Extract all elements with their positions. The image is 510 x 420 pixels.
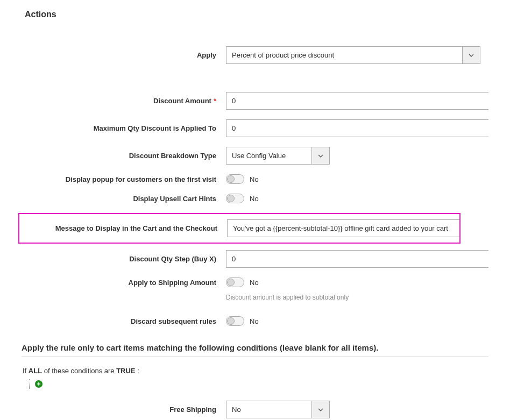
label-discount-amount: Discount Amount* [22, 97, 226, 105]
chevron-down-icon[interactable] [312, 147, 330, 165]
conditions-expression[interactable]: If ALL of these conditions are TRUE : [23, 367, 488, 375]
section-title: Actions [25, 10, 488, 19]
row-popup-first: Display popup for customers on the first… [22, 174, 488, 184]
label-cart-message: Message to Display in the Cart and the C… [19, 224, 227, 232]
discard-rules-value: No [250, 317, 259, 325]
free-shipping-select-value: No [226, 401, 312, 418]
chevron-down-icon[interactable] [312, 401, 330, 418]
label-popup-first: Display popup for customers on the first… [22, 175, 226, 183]
label-upsell-hints: Display Upsell Cart Hints [22, 195, 226, 203]
apply-shipping-hint: Discount amount is applied to subtotal o… [226, 294, 349, 301]
row-cart-message: Message to Display in the Cart and the C… [19, 219, 459, 237]
cart-message-input[interactable] [227, 219, 459, 237]
row-qty-step: Discount Qty Step (Buy X) [22, 250, 488, 268]
label-apply-shipping: Apply to Shipping Amount [22, 279, 226, 287]
qty-step-input[interactable] [226, 250, 488, 268]
required-indicator: * [214, 97, 216, 105]
highlighted-field: Message to Display in the Cart and the C… [18, 213, 461, 244]
popup-first-value: No [250, 175, 259, 183]
add-condition-icon[interactable] [35, 380, 42, 388]
row-apply-shipping-hint: Discount amount is applied to subtotal o… [22, 290, 488, 301]
apply-select[interactable]: Percent of product price discount [226, 46, 480, 64]
row-discount-amount: Discount Amount* [22, 92, 488, 110]
upsell-hints-value: No [250, 195, 259, 203]
conditions-heading: Apply the rule only to cart items matchi… [22, 343, 488, 352]
label-max-qty: Maximum Qty Discount is Applied To [22, 124, 226, 132]
row-breakdown: Discount Breakdown Type Use Config Value [22, 147, 488, 165]
chevron-down-icon[interactable] [463, 46, 480, 64]
label-qty-step: Discount Qty Step (Buy X) [22, 255, 226, 263]
popup-first-toggle[interactable] [226, 174, 244, 184]
discount-amount-input[interactable] [226, 92, 488, 110]
conditions-tree [29, 379, 488, 389]
row-max-qty: Maximum Qty Discount is Applied To [22, 119, 488, 137]
row-apply: Apply Percent of product price discount [22, 46, 488, 64]
row-free-shipping: Free Shipping No [22, 401, 488, 418]
breakdown-select[interactable]: Use Config Value [226, 147, 330, 165]
breakdown-select-value: Use Config Value [226, 147, 312, 165]
label-breakdown: Discount Breakdown Type [22, 152, 226, 160]
row-upsell-hints: Display Upsell Cart Hints No [22, 194, 488, 203]
label-discard-rules: Discard subsequent rules [22, 317, 226, 325]
conditions-divider [22, 357, 488, 357]
max-qty-input[interactable] [226, 119, 488, 137]
label-free-shipping: Free Shipping [22, 405, 226, 414]
free-shipping-select[interactable]: No [226, 401, 330, 418]
apply-shipping-value: No [250, 279, 259, 287]
row-discard-rules: Discard subsequent rules No [22, 316, 488, 326]
apply-select-value: Percent of product price discount [226, 46, 463, 64]
apply-shipping-toggle[interactable] [226, 277, 244, 287]
row-apply-shipping: Apply to Shipping Amount No [22, 277, 488, 287]
label-apply: Apply [22, 51, 226, 59]
discard-rules-toggle[interactable] [226, 316, 244, 326]
upsell-hints-toggle[interactable] [226, 194, 244, 203]
